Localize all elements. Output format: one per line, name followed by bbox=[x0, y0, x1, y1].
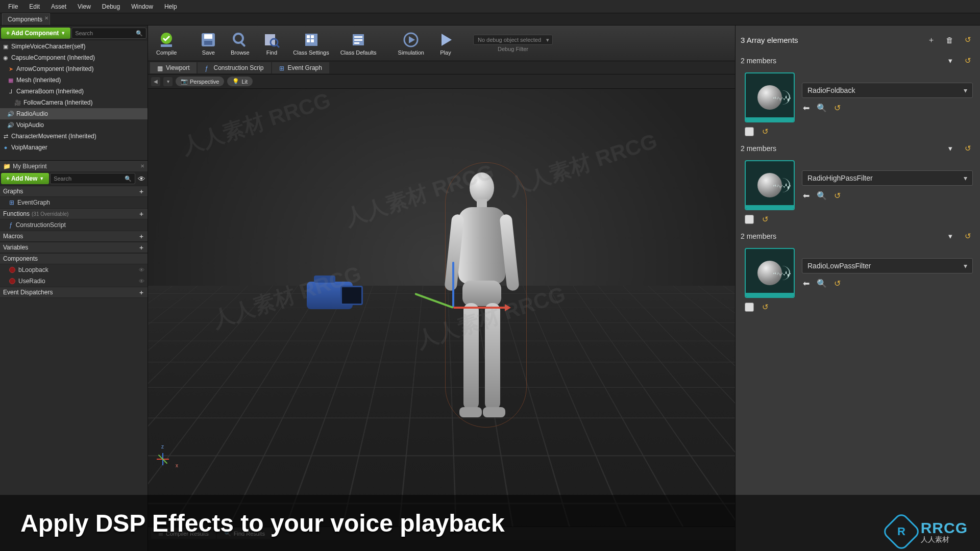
item-constructionscript[interactable]: ƒConstructionScript bbox=[0, 219, 148, 231]
tab-viewport[interactable]: ▦Viewport bbox=[150, 62, 197, 73]
menu-edit[interactable]: Edit bbox=[24, 1, 45, 12]
tree-node-followcamera[interactable]: 🎥FollowCamera (Inherited) bbox=[0, 97, 148, 108]
checkbox[interactable] bbox=[745, 303, 754, 312]
reset-icon[interactable]: ↺ bbox=[760, 214, 770, 224]
asset-thumbnail[interactable] bbox=[745, 160, 795, 210]
tree-node-cameraboom[interactable]: ⅃CameraBoom (Inherited) bbox=[0, 86, 148, 97]
tab-construction-script[interactable]: ƒConstruction Scrip bbox=[198, 62, 271, 73]
class-settings-button[interactable]: Class Settings bbox=[289, 29, 333, 58]
components-search-input[interactable]: Search 🔍 bbox=[71, 28, 146, 39]
trash-icon[interactable]: 🗑 bbox=[944, 35, 954, 45]
cat-dispatchers[interactable]: Event Dispatchers＋ bbox=[0, 287, 148, 298]
browse-to-icon[interactable]: 🔍 bbox=[817, 191, 827, 201]
simulation-button[interactable]: Simulation bbox=[394, 29, 428, 58]
browse-button[interactable]: Browse bbox=[226, 29, 254, 58]
asset-dropdown[interactable]: RadioLowPassFilter bbox=[802, 258, 973, 273]
eye-icon[interactable]: 👁 bbox=[136, 173, 146, 184]
asset-thumbnail[interactable] bbox=[745, 72, 795, 122]
eye-icon[interactable]: 👁 bbox=[139, 267, 144, 273]
menu-help[interactable]: Help bbox=[159, 1, 182, 12]
browse-to-icon[interactable]: 🔍 bbox=[817, 279, 827, 288]
checkbox-row: ↺ bbox=[745, 127, 973, 137]
plus-icon[interactable]: ＋ bbox=[138, 187, 144, 196]
save-button[interactable]: Save bbox=[194, 29, 223, 58]
reset-icon[interactable]: ↺ bbox=[760, 127, 770, 137]
tree-node-charmovement[interactable]: ⇄CharacterMovement (Inherited) bbox=[0, 131, 148, 142]
gizmo-x-axis[interactable] bbox=[453, 307, 509, 309]
plus-icon[interactable]: ＋ bbox=[138, 243, 144, 252]
members-row[interactable]: 2 members ▾↺ bbox=[741, 141, 973, 156]
reset-icon[interactable]: ↺ bbox=[963, 231, 973, 241]
cat-variables[interactable]: Variables＋ bbox=[0, 242, 148, 253]
tree-node-self[interactable]: ▣SimpleVoiceCharacter(self) bbox=[0, 41, 148, 52]
members-row[interactable]: 2 members ▾↺ bbox=[741, 53, 973, 68]
eye-icon[interactable]: 👁 bbox=[139, 278, 144, 284]
asset-dropdown[interactable]: RadioHighPassFilter bbox=[802, 170, 973, 186]
reset-icon[interactable]: ↺ bbox=[963, 143, 973, 154]
cat-components-sub[interactable]: Components bbox=[0, 253, 148, 264]
chevron-down-icon: ▼ bbox=[61, 31, 65, 36]
cat-graphs[interactable]: Graphs＋ bbox=[0, 186, 148, 197]
asset-dropdown[interactable]: RadioFoldback bbox=[802, 83, 973, 98]
plus-icon[interactable]: ＋ bbox=[138, 232, 144, 241]
cat-macros[interactable]: Macros＋ bbox=[0, 231, 148, 242]
folder-icon: 📁 bbox=[3, 163, 11, 170]
menu-asset[interactable]: Asset bbox=[46, 1, 71, 12]
chevron-down-icon[interactable]: ▾ bbox=[945, 231, 955, 241]
asset-row: RadioHighPassFilter ⬅ 🔍 ↺ bbox=[745, 160, 973, 210]
transform-gizmo[interactable] bbox=[453, 308, 454, 308]
var-bloopback[interactable]: bLoopback👁 bbox=[0, 264, 148, 276]
tree-node-voipaudio[interactable]: 🔊VoipAudio bbox=[0, 119, 148, 131]
class-defaults-button[interactable]: Class Defaults bbox=[336, 29, 381, 58]
lit-dropdown[interactable]: 💡Lit bbox=[227, 77, 253, 86]
camera-icon: 🎥 bbox=[14, 99, 21, 106]
tab-event-graph[interactable]: ⊞Event Graph bbox=[272, 62, 329, 73]
play-button[interactable]: Play bbox=[431, 29, 460, 58]
close-icon[interactable]: ✕ bbox=[140, 163, 144, 169]
perspective-dropdown[interactable]: 📷Perspective bbox=[176, 77, 224, 86]
gizmo-z-axis[interactable] bbox=[452, 262, 454, 308]
tree-node-voipmanager[interactable]: ●VoipManager bbox=[0, 142, 148, 153]
debug-object-dropdown[interactable]: No debug object selected bbox=[473, 35, 553, 45]
menu-window[interactable]: Window bbox=[126, 1, 158, 12]
asset-thumbnail[interactable] bbox=[745, 248, 795, 298]
add-element-icon[interactable]: ＋ bbox=[926, 35, 936, 45]
menu-debug[interactable]: Debug bbox=[97, 1, 125, 12]
find-button[interactable]: Find bbox=[257, 29, 286, 58]
viewport-back-button[interactable]: ◀ bbox=[151, 77, 160, 86]
tab-components[interactable]: Components ✕ bbox=[2, 13, 50, 25]
checkbox[interactable] bbox=[745, 215, 754, 224]
cat-functions[interactable]: Functions(31 Overridable)＋ bbox=[0, 208, 148, 219]
checkbox[interactable] bbox=[745, 127, 754, 136]
add-component-button[interactable]: + Add Component ▼ bbox=[1, 28, 70, 39]
item-eventgraph[interactable]: ⊞EventGraph bbox=[0, 197, 148, 208]
chevron-down-icon[interactable]: ▾ bbox=[945, 143, 955, 154]
add-new-button[interactable]: + Add New ▼ bbox=[1, 173, 49, 184]
use-selected-icon[interactable]: ⬅ bbox=[803, 103, 810, 113]
tree-node-capsule[interactable]: ◉CapsuleComponent (Inherited) bbox=[0, 52, 148, 63]
tree-node-radioaudio[interactable]: 🔊RadioAudio bbox=[0, 108, 148, 119]
reset-icon[interactable]: ↺ bbox=[963, 35, 973, 45]
use-selected-icon[interactable]: ⬅ bbox=[803, 191, 810, 201]
close-icon[interactable]: ✕ bbox=[44, 15, 48, 21]
reset-icon[interactable]: ↺ bbox=[760, 302, 770, 312]
chevron-down-icon[interactable]: ▾ bbox=[945, 56, 955, 66]
reset-icon[interactable]: ↺ bbox=[834, 103, 841, 113]
menu-file[interactable]: File bbox=[3, 1, 23, 12]
tree-node-mesh[interactable]: ▦Mesh (Inherited) bbox=[0, 74, 148, 86]
plus-icon[interactable]: ＋ bbox=[138, 210, 144, 218]
plus-icon[interactable]: ＋ bbox=[138, 288, 144, 297]
browse-to-icon[interactable]: 🔍 bbox=[817, 103, 827, 113]
members-row[interactable]: 2 members ▾↺ bbox=[741, 229, 973, 244]
tree-node-arrow[interactable]: ➤ArrowComponent (Inherited) bbox=[0, 63, 148, 74]
compile-button[interactable]: Compile bbox=[152, 29, 181, 58]
viewport-dropdown-button[interactable]: ▾ bbox=[163, 77, 173, 86]
use-selected-icon[interactable]: ⬅ bbox=[803, 279, 810, 288]
reset-icon[interactable]: ↺ bbox=[963, 56, 973, 66]
reset-icon[interactable]: ↺ bbox=[834, 279, 841, 288]
var-useradio[interactable]: UseRadio👁 bbox=[0, 276, 148, 287]
blueprint-search-input[interactable]: Search 🔍 bbox=[50, 173, 135, 184]
menu-view[interactable]: View bbox=[72, 1, 96, 12]
viewport-3d[interactable]: z x 人人素材 RRCG 人人素材 RRCG 人人素材 RRCG 人人素材 R… bbox=[148, 89, 735, 527]
reset-icon[interactable]: ↺ bbox=[834, 191, 841, 201]
